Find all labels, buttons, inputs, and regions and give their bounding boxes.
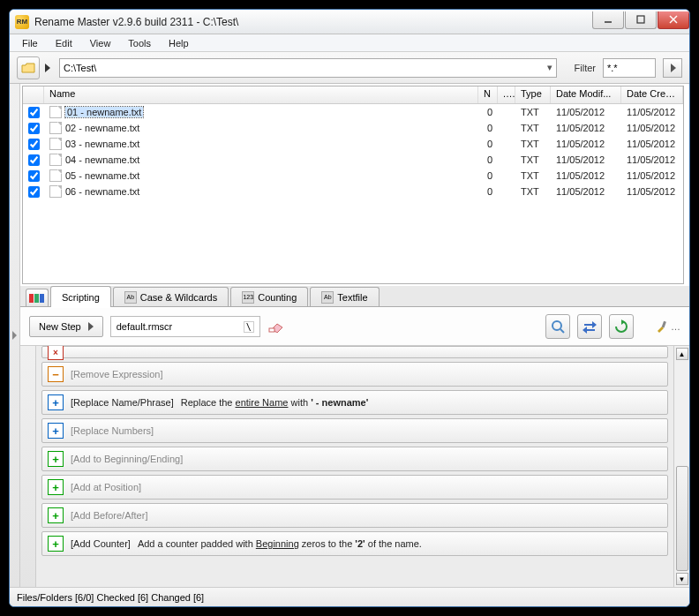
tab-textfile[interactable]: AbTextfile xyxy=(310,287,379,306)
step-row[interactable]: +[Add Before/After] xyxy=(41,503,668,528)
file-name: 06 - newname.txt xyxy=(65,186,139,197)
file-icon xyxy=(49,154,62,166)
maximize-button[interactable] xyxy=(625,11,657,29)
step-toggle-button[interactable]: + xyxy=(48,536,64,552)
col-type[interactable]: Type xyxy=(515,86,551,103)
file-name: 01 - newname.txt xyxy=(65,107,143,117)
menu-view[interactable]: View xyxy=(81,36,120,50)
tab-palette-icon[interactable] xyxy=(26,289,49,306)
row-checkbox[interactable] xyxy=(28,154,40,166)
scripting-panel: New Step default.rmscr \ xyxy=(20,307,689,587)
file-name: 05 - newname.txt xyxy=(65,170,139,181)
preview-button[interactable] xyxy=(545,314,570,339)
menu-file[interactable]: File xyxy=(13,36,47,50)
up-folder-button[interactable] xyxy=(17,56,40,79)
close-button[interactable] xyxy=(658,11,689,29)
svg-rect-12 xyxy=(662,321,666,328)
scroll-up-icon[interactable]: ▲ xyxy=(676,348,688,360)
steps-collapse-handle[interactable] xyxy=(20,346,36,587)
file-date-created: 11/05/2012 xyxy=(621,186,683,197)
window-title: Rename Master v2.9.6 build 2311 - C:\Tes… xyxy=(34,16,591,28)
col-check[interactable] xyxy=(23,86,44,103)
file-list-body[interactable]: 01 - newname.txt0TXT11/05/201211/05/2012… xyxy=(23,104,683,283)
col-date-modified[interactable]: Date Modif... xyxy=(551,86,621,103)
svg-line-10 xyxy=(560,329,564,333)
script-filename: default.rmscr xyxy=(116,321,238,332)
step-label: [Remove Expression] xyxy=(71,369,163,379)
step-toggle-button[interactable]: + xyxy=(48,394,64,410)
steps-scrollbar[interactable]: ▲ ▼ xyxy=(673,346,689,587)
step-label: [Add Counter] xyxy=(71,538,131,549)
status-text: Files/Folders [6/0] Checked [6] Changed … xyxy=(17,592,204,603)
menu-edit[interactable]: Edit xyxy=(47,36,81,50)
col-ellipsis[interactable]: ... xyxy=(498,86,515,103)
file-name: 02 - newname.txt xyxy=(65,123,139,133)
step-row[interactable]: +[Add to Beginning/Ending] xyxy=(41,447,668,471)
step-toggle-button[interactable]: + xyxy=(48,451,64,467)
row-checkbox[interactable] xyxy=(28,123,40,134)
step-toggle-button[interactable]: − xyxy=(48,366,64,382)
left-collapse-handle[interactable] xyxy=(10,84,20,587)
step-row[interactable]: −[Remove Expression] xyxy=(41,362,668,387)
step-toggle-button[interactable]: + xyxy=(48,423,64,439)
new-step-button[interactable]: New Step xyxy=(29,316,103,337)
file-icon xyxy=(49,106,62,118)
refresh-button[interactable] xyxy=(609,314,634,339)
table-row[interactable]: 03 - newname.txt0TXT11/05/201211/05/2012 xyxy=(23,136,683,152)
filter-go-button[interactable] xyxy=(663,58,682,78)
filter-label: Filter xyxy=(575,63,596,73)
step-row[interactable]: +[Add Counter]Add a counter padded with … xyxy=(41,531,668,556)
menu-tools[interactable]: Tools xyxy=(119,36,160,50)
step-row[interactable]: +[Add at Position] xyxy=(41,475,668,500)
file-n: 0 xyxy=(478,123,498,133)
step-toggle-button[interactable]: + xyxy=(48,479,64,495)
row-checkbox[interactable] xyxy=(28,139,40,150)
path-text: C:\Test\ xyxy=(64,63,542,73)
table-row[interactable]: 02 - newname.txt0TXT11/05/201211/05/2012 xyxy=(23,120,683,136)
row-checkbox[interactable] xyxy=(28,107,40,118)
eraser-button[interactable] xyxy=(267,318,285,335)
tab-scripting[interactable]: Scripting xyxy=(50,286,111,307)
edit-icon[interactable]: \ xyxy=(244,321,254,333)
dropdown-icon[interactable]: ▾ xyxy=(542,62,552,73)
path-combo[interactable]: C:\Test\ ▾ xyxy=(59,58,557,78)
table-row[interactable]: 01 - newname.txt0TXT11/05/201211/05/2012 xyxy=(23,104,683,120)
scroll-thumb[interactable] xyxy=(676,466,688,571)
step-toggle-button[interactable]: + xyxy=(48,507,64,523)
file-date-created: 11/05/2012 xyxy=(621,139,683,149)
row-checkbox[interactable] xyxy=(28,170,40,182)
file-date-modified: 11/05/2012 xyxy=(551,170,621,181)
filter-input[interactable] xyxy=(603,58,656,78)
step-row[interactable]: × xyxy=(41,346,668,358)
step-toggle-button[interactable]: × xyxy=(48,346,64,360)
file-date-modified: 11/05/2012 xyxy=(551,139,621,149)
counter-icon: 123 xyxy=(242,291,254,304)
swap-button[interactable] xyxy=(577,314,602,339)
script-filename-box[interactable]: default.rmscr \ xyxy=(110,316,260,337)
svg-rect-4 xyxy=(29,294,34,303)
scroll-down-icon[interactable]: ▼ xyxy=(676,573,688,585)
file-date-created: 11/05/2012 xyxy=(621,107,683,117)
titlebar[interactable]: RM Rename Master v2.9.6 build 2311 - C:\… xyxy=(10,10,689,34)
row-checkbox[interactable] xyxy=(28,186,40,198)
table-row[interactable]: 04 - newname.txt0TXT11/05/201211/05/2012 xyxy=(23,152,683,168)
go-button[interactable] xyxy=(45,64,50,72)
tools-icon[interactable]: … xyxy=(655,319,680,334)
col-date-created[interactable]: Date Crea... xyxy=(621,86,683,103)
table-row[interactable]: 05 - newname.txt0TXT11/05/201211/05/2012 xyxy=(23,168,683,184)
chevron-right-icon xyxy=(88,322,94,331)
col-n[interactable]: N xyxy=(478,86,498,103)
tab-counting[interactable]: 123Counting xyxy=(230,287,308,306)
step-label: [Add to Beginning/Ending] xyxy=(71,454,183,464)
col-name[interactable]: Name xyxy=(44,86,478,103)
table-row[interactable]: 06 - newname.txt0TXT11/05/201211/05/2012 xyxy=(23,184,683,199)
file-type: TXT xyxy=(515,186,551,197)
file-list-header: Name N ... Type Date Modif... Date Crea.… xyxy=(23,86,683,104)
step-row[interactable]: +[Replace Name/Phrase]Replace the entire… xyxy=(41,390,668,415)
file-date-created: 11/05/2012 xyxy=(621,154,683,165)
minimize-button[interactable] xyxy=(592,11,624,29)
menu-help[interactable]: Help xyxy=(160,36,198,50)
tab-case-wildcards[interactable]: AbCase & Wildcards xyxy=(113,287,229,306)
step-row[interactable]: +[Replace Numbers] xyxy=(41,418,668,443)
file-date-created: 11/05/2012 xyxy=(621,123,683,133)
